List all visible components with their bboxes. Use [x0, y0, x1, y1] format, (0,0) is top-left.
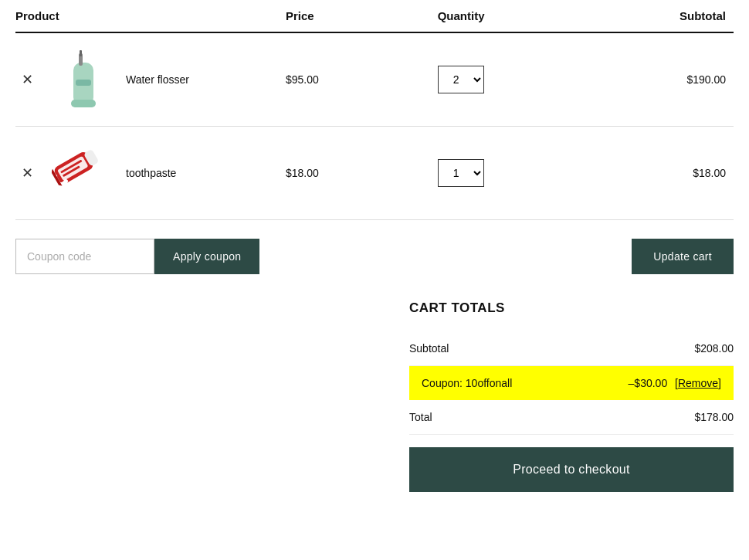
- header-quantity: Quantity: [430, 9, 582, 22]
- coupon-discount-value: –$30.00 [Remove]: [629, 377, 721, 389]
- coupon-input[interactable]: [15, 239, 154, 274]
- proceed-to-checkout-button[interactable]: Proceed to checkout: [409, 447, 734, 492]
- cart-totals-section: CART TOTALS Subtotal $208.00 Coupon: 10o…: [15, 293, 734, 523]
- toothpaste-image: [52, 142, 114, 204]
- water-flosser-quantity-select[interactable]: 1 2 3 4 5: [438, 66, 484, 93]
- water-flosser-price: $95.00: [278, 73, 430, 86]
- cart-totals-box: CART TOTALS Subtotal $208.00 Coupon: 10o…: [409, 300, 734, 492]
- water-flosser-qty-cell: 1 2 3 4 5: [430, 66, 582, 93]
- cart-table-header: Product Price Quantity Subtotal: [15, 0, 734, 33]
- apply-coupon-button[interactable]: Apply coupon: [154, 239, 259, 274]
- total-row: Total $178.00: [409, 400, 734, 435]
- toothpaste-price: $18.00: [278, 167, 430, 179]
- cart-row-toothpaste: ✕: [15, 127, 734, 220]
- header-product: Product: [15, 9, 278, 22]
- header-price: Price: [278, 9, 430, 22]
- remove-toothpaste-button[interactable]: ✕: [15, 163, 39, 183]
- total-label: Total: [409, 411, 432, 423]
- svg-rect-3: [76, 80, 91, 86]
- subtotal-value: $208.00: [694, 342, 734, 355]
- svg-rect-4: [71, 100, 96, 107]
- coupon-discount-row: Coupon: 10offonall –$30.00 [Remove]: [409, 366, 734, 400]
- header-subtotal: Subtotal: [581, 9, 734, 22]
- update-cart-button[interactable]: Update cart: [632, 239, 734, 274]
- svg-rect-2: [80, 50, 82, 56]
- total-value: $178.00: [694, 411, 734, 423]
- toothpaste-quantity-select[interactable]: 1 2 3 4 5: [438, 159, 484, 187]
- product-cell-water-flosser: ✕ Water flosser: [15, 49, 278, 110]
- remove-water-flosser-button[interactable]: ✕: [15, 70, 39, 90]
- subtotal-row: Subtotal $208.00: [409, 331, 734, 366]
- cart-totals-title: CART TOTALS: [409, 300, 734, 316]
- coupon-row: Apply coupon Update cart: [15, 220, 734, 293]
- coupon-label: Coupon: 10offonall: [422, 377, 512, 389]
- water-flosser-subtotal: $190.00: [581, 73, 734, 86]
- cart-row-water-flosser: ✕ Water flosser $95.00: [15, 33, 734, 127]
- product-cell-toothpaste: ✕: [15, 142, 278, 204]
- subtotal-label: Subtotal: [409, 342, 449, 355]
- toothpaste-name: toothpaste: [126, 167, 176, 179]
- coupon-remove-link[interactable]: [Remove]: [675, 377, 721, 389]
- water-flosser-name: Water flosser: [126, 73, 189, 86]
- toothpaste-qty-cell: 1 2 3 4 5: [430, 159, 582, 187]
- water-flosser-image: [52, 49, 114, 110]
- toothpaste-subtotal: $18.00: [581, 167, 734, 179]
- coupon-form: Apply coupon: [15, 239, 259, 274]
